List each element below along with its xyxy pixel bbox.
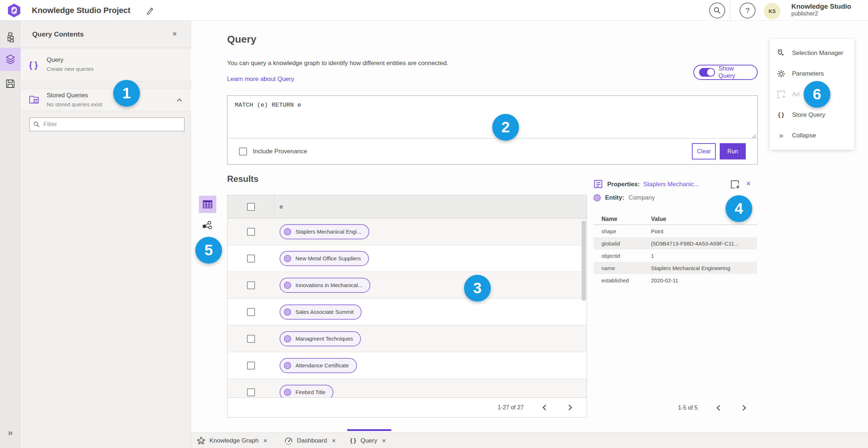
- filter-field: [29, 118, 184, 131]
- add-to-new-button[interactable]: [730, 180, 740, 191]
- entity-dot-icon: [593, 194, 601, 201]
- properties-icon: [593, 179, 604, 189]
- properties-prev-page-button[interactable]: [713, 402, 724, 413]
- link-chart-view-toggle[interactable]: [202, 220, 214, 232]
- results-scrollbar[interactable]: [582, 221, 586, 301]
- properties-entity-link[interactable]: Staplers Mechanic...: [643, 181, 699, 188]
- properties-next-page-button[interactable]: [739, 402, 750, 413]
- left-icon-rail: »: [0, 21, 21, 448]
- query-contents-title: Query Contents: [32, 30, 84, 38]
- tab-dashboard[interactable]: Dashboard ×: [284, 433, 336, 448]
- top-bar: Knowledge Studio Project ? KS Knowledge …: [0, 0, 868, 21]
- table-row: Innovations in Mechanical...: [227, 272, 587, 299]
- link-chart-icon: [202, 220, 213, 230]
- menu-item-collapse[interactable]: » Collapse: [770, 125, 854, 146]
- properties-col-name: Name: [593, 216, 651, 222]
- callout-badge-5: 5: [195, 237, 222, 264]
- tab-query-active[interactable]: { } Query ×: [350, 433, 387, 448]
- user-menu[interactable]: Knowledge Studio publisher2: [791, 3, 851, 17]
- search-button[interactable]: [709, 3, 725, 18]
- divider: [21, 47, 191, 48]
- row-checkbox[interactable]: [247, 362, 255, 370]
- show-query-toggle[interactable]: Show Query: [693, 65, 758, 80]
- results-table: e Staplers Mechanical Engi... New Metal …: [227, 195, 587, 418]
- table-view-toggle[interactable]: [199, 196, 216, 213]
- run-button[interactable]: Run: [720, 143, 746, 159]
- property-row: objectid 1: [593, 249, 757, 262]
- entity-chip[interactable]: New Metal Office Suppliers: [280, 251, 369, 266]
- results-title: Results: [227, 174, 259, 184]
- braces-icon: { }: [776, 111, 786, 119]
- entity-chip[interactable]: Managment Techniques: [280, 331, 361, 346]
- help-button[interactable]: ?: [740, 3, 756, 18]
- include-provenance-label: Include Provenance: [253, 148, 307, 155]
- entity-label: Entity:: [605, 194, 624, 201]
- entity-chip[interactable]: Firebird Title: [280, 385, 333, 398]
- edit-pencil-icon[interactable]: [145, 6, 155, 15]
- sidebar-item-layers-active[interactable]: [0, 48, 21, 71]
- property-row: globalid {5D9B4713-F98D-4A53-A59F-C11...: [593, 237, 757, 249]
- menu-item-parameters[interactable]: Parameters: [770, 63, 854, 84]
- entity-chip[interactable]: Innovations in Mechanical...: [280, 278, 370, 293]
- chevron-up-icon: [176, 98, 182, 102]
- sidebar-item-stored-queries[interactable]: Stored Queries No stored queries exist: [21, 89, 191, 111]
- braces-icon: { }: [350, 437, 357, 444]
- resize-handle[interactable]: [751, 133, 756, 138]
- results-rows: Staplers Mechanical Engi... New Metal Of…: [227, 218, 587, 398]
- results-table-header: e: [227, 195, 587, 218]
- select-all-checkbox[interactable]: [247, 203, 255, 211]
- collapse-section-button[interactable]: [176, 97, 182, 103]
- avatar[interactable]: KS: [764, 3, 780, 20]
- double-chevron-right-icon: »: [8, 428, 13, 438]
- include-provenance-checkbox[interactable]: [239, 148, 247, 155]
- stored-queries-folder-icon: [29, 94, 40, 106]
- tab-knowledge-graph[interactable]: Knowledge Graph ×: [197, 433, 268, 448]
- close-icon[interactable]: ×: [331, 437, 336, 445]
- knowledge-graph-icon: [197, 436, 205, 445]
- row-checkbox[interactable]: [247, 388, 255, 396]
- query-description: You can query a knowledge graph to ident…: [227, 60, 448, 67]
- table-row: Staplers Mechanical Engi...: [227, 218, 587, 245]
- close-icon[interactable]: ×: [381, 437, 387, 445]
- knowledge-studio-logo-icon: [7, 3, 21, 18]
- entity-chip[interactable]: Sales Associate Summit: [280, 304, 362, 320]
- entity-chip[interactable]: Staplers Mechanical Engi...: [280, 224, 369, 239]
- row-checkbox[interactable]: [247, 228, 255, 236]
- callout-badge-1: 1: [113, 80, 140, 107]
- row-checkbox[interactable]: [247, 335, 255, 343]
- stored-queries-description: No stored queries exist: [47, 101, 102, 107]
- properties-close-button[interactable]: ×: [746, 179, 751, 188]
- sidebar-item-data-model[interactable]: [0, 27, 21, 48]
- properties-title: Properties:: [607, 181, 640, 188]
- row-checkbox[interactable]: [247, 308, 255, 316]
- filter-input[interactable]: [43, 121, 180, 128]
- table-row: Attendance Certificate: [227, 352, 587, 379]
- sidebar-item-save[interactable]: [0, 73, 21, 94]
- entity-dot-icon: [284, 362, 291, 369]
- stored-queries-label: Stored Queries: [47, 92, 88, 99]
- row-checkbox[interactable]: [247, 281, 255, 289]
- entity-chip[interactable]: Attendance Certificate: [280, 358, 357, 373]
- entity-dot-icon: [284, 389, 291, 396]
- query-textarea[interactable]: MATCH (e) RETURN e: [227, 96, 757, 138]
- results-prev-page-button[interactable]: [539, 402, 550, 413]
- chevron-right-icon: [742, 405, 746, 411]
- main-content: Query You can query a knowledge graph to…: [191, 21, 868, 432]
- chevron-right-icon: [568, 404, 573, 411]
- toggle-switch: [699, 68, 715, 77]
- query-contents-close-button[interactable]: ×: [169, 28, 181, 40]
- expand-panel-button[interactable]: »: [0, 428, 21, 438]
- row-checkbox[interactable]: [247, 255, 255, 263]
- clear-button[interactable]: Clear: [692, 143, 716, 159]
- results-next-page-button[interactable]: [565, 402, 576, 413]
- page-title: Query: [227, 34, 256, 45]
- menu-item-store-query[interactable]: { } Store Query: [770, 104, 854, 125]
- callout-badge-4: 4: [726, 195, 752, 222]
- menu-item-selection-manager[interactable]: Selection Manager: [770, 43, 854, 63]
- entity-type: Company: [629, 194, 655, 201]
- close-icon[interactable]: ×: [263, 437, 268, 445]
- column-header-e: e: [280, 203, 283, 210]
- learn-more-link[interactable]: Learn more about Query: [227, 76, 294, 83]
- table-icon: [203, 200, 212, 208]
- sidebar-item-query[interactable]: { } Query Create new queries: [21, 49, 191, 81]
